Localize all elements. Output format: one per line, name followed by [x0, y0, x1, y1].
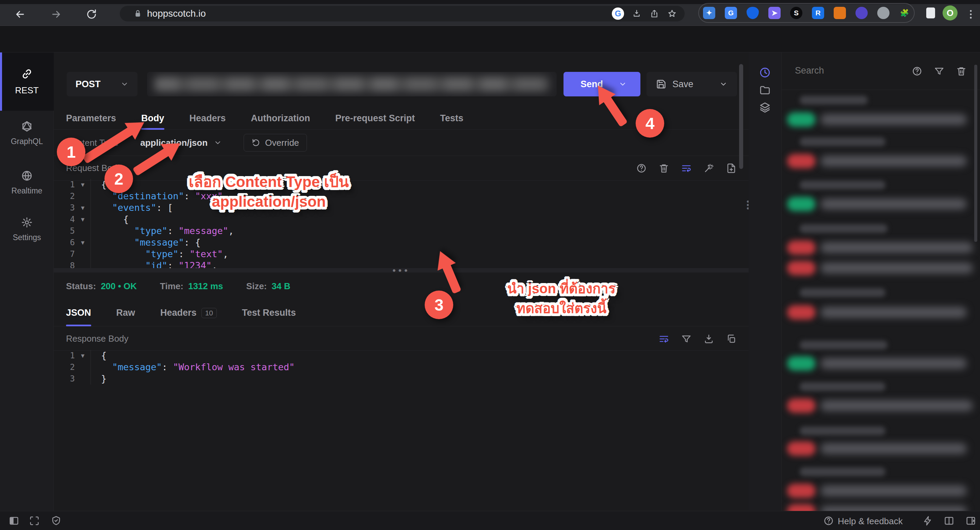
history-entry-blurred[interactable]	[821, 443, 967, 454]
history-entry-blurred[interactable]	[821, 263, 973, 273]
code-line[interactable]: 1▼{	[54, 179, 749, 190]
save-request-button[interactable]: Save	[646, 72, 737, 96]
filter-icon[interactable]	[681, 334, 692, 344]
trash-icon[interactable]	[956, 66, 966, 76]
history-scrollbar[interactable]	[974, 65, 977, 242]
address-bar[interactable]: hoppscotch.io G	[120, 6, 685, 21]
translate-ext-icon[interactable]: G	[725, 7, 737, 19]
history-entry-blurred[interactable]	[821, 358, 967, 369]
wrap-lines-icon[interactable]	[659, 334, 669, 344]
browser-menu-icon[interactable]	[965, 8, 977, 20]
fold-arrow-icon[interactable]: ▼	[75, 179, 91, 190]
override-button[interactable]: Override	[243, 134, 307, 152]
fold-arrow-icon[interactable]: ▼	[75, 202, 91, 214]
google-icon[interactable]: G	[612, 8, 624, 20]
code-line[interactable]: 6▼ "message": {	[54, 237, 749, 248]
r-ext-icon[interactable]: R	[812, 7, 824, 19]
help-icon[interactable]	[824, 516, 834, 526]
file-add-icon[interactable]	[726, 163, 737, 173]
main-scrollbar[interactable]	[739, 64, 743, 169]
metamask-ext-icon[interactable]	[834, 7, 846, 19]
tab-raw[interactable]: Raw	[116, 300, 135, 326]
tab-parameters[interactable]: Parameters	[66, 107, 116, 129]
history-entry-blurred[interactable]	[821, 199, 967, 209]
request-body-editor[interactable]: 1▼{2 "destination": "xxx",3▼ "events": […	[54, 179, 749, 268]
tab-tests[interactable]: Tests	[440, 107, 463, 129]
puzzle-ext-icon[interactable]: 🧩	[898, 7, 911, 19]
panel-right-icon[interactable]	[966, 516, 976, 526]
sidebar-item-graphql[interactable]: GraphQL	[0, 121, 54, 146]
s-ext-icon[interactable]: S	[790, 7, 802, 19]
back-icon[interactable]	[14, 8, 26, 20]
history-status-badge-green[interactable]	[787, 197, 816, 211]
camera-ext-icon[interactable]	[877, 7, 889, 19]
code-line[interactable]: 5 "type": "message",	[54, 225, 749, 237]
history-status-badge-red[interactable]	[787, 305, 816, 319]
code-line[interactable]: 3}	[54, 373, 749, 385]
fold-arrow-icon[interactable]: ▼	[75, 350, 91, 361]
columns-icon[interactable]	[944, 516, 954, 526]
history-status-badge-red[interactable]	[787, 504, 816, 511]
history-entry-blurred[interactable]	[821, 156, 967, 166]
sidebar-item-rest[interactable]: REST	[0, 53, 54, 111]
content-type-select[interactable]: application/json	[140, 137, 208, 148]
code-line[interactable]: 1▼{	[54, 350, 749, 361]
copy-icon[interactable]	[726, 334, 737, 344]
filter-icon[interactable]	[934, 66, 944, 76]
history-status-badge-green[interactable]	[787, 356, 816, 370]
history-status-badge-red[interactable]	[787, 484, 816, 498]
history-entry-blurred[interactable]	[821, 307, 967, 318]
sidebar-item-settings[interactable]: Settings	[0, 217, 54, 242]
help-feedback-link[interactable]: Help & feedback	[838, 516, 903, 527]
code-line[interactable]: 2 "message": "Workflow was started"	[54, 361, 749, 373]
history-entry-blurred[interactable]	[821, 506, 967, 511]
chevron-down-icon[interactable]	[619, 80, 627, 88]
cursor-ext-icon[interactable]: ➤	[768, 7, 781, 19]
prettify-icon[interactable]	[704, 163, 714, 173]
method-select[interactable]: POST	[67, 72, 137, 96]
reload-icon[interactable]	[86, 8, 97, 20]
endpoint-url-input[interactable]	[147, 72, 557, 96]
tab-headers[interactable]: Headers	[189, 107, 226, 129]
history-status-badge-green[interactable]	[787, 112, 816, 127]
install-page-icon[interactable]	[632, 9, 641, 18]
tab-headers[interactable]: Headers10	[160, 300, 217, 326]
shortcuts-icon[interactable]	[923, 516, 933, 526]
code-line[interactable]: 7 "type": "text",	[54, 248, 749, 260]
help-icon[interactable]	[912, 66, 922, 76]
sidepanel-icon[interactable]	[926, 8, 935, 18]
response-body-viewer[interactable]: 1▼{2 "message": "Workflow was started"3}	[54, 350, 749, 398]
fold-arrow-icon[interactable]: ▼	[75, 214, 91, 225]
tab-body[interactable]: Body	[141, 107, 164, 129]
history-status-badge-red[interactable]	[787, 154, 816, 168]
tab-pre-request-script[interactable]: Pre-request Script	[335, 107, 415, 129]
history-status-badge-red[interactable]	[787, 441, 816, 456]
code-line[interactable]: 4▼ {	[54, 214, 749, 225]
help-icon[interactable]	[636, 163, 646, 173]
sidebar-toggle-icon[interactable]	[9, 516, 19, 526]
bookmark-star-icon[interactable]	[668, 9, 676, 18]
environments-layers-icon[interactable]	[759, 102, 771, 113]
history-clock-icon[interactable]	[759, 67, 771, 78]
wrap-lines-icon[interactable]	[681, 163, 692, 173]
shield-check-icon[interactable]	[51, 516, 61, 526]
tab-authorization[interactable]: Authorization	[251, 107, 310, 129]
history-entry-blurred[interactable]	[821, 242, 973, 253]
expand-icon[interactable]	[29, 516, 40, 526]
chevron-down-icon[interactable]	[719, 80, 727, 88]
phantom-ext-icon[interactable]	[856, 7, 868, 19]
history-status-badge-red[interactable]	[787, 261, 816, 275]
collections-folder-icon[interactable]	[759, 84, 771, 96]
history-search-input[interactable]	[795, 65, 897, 76]
chevron-down-icon[interactable]	[214, 139, 222, 147]
history-status-badge-red[interactable]	[787, 241, 816, 255]
sidebar-item-realtime[interactable]: Realtime	[0, 170, 54, 196]
history-entry-blurred[interactable]	[821, 400, 973, 411]
profile-avatar[interactable]: O	[943, 5, 958, 21]
forward-icon[interactable]	[50, 8, 62, 20]
satellite-ext-icon[interactable]: ✦	[703, 7, 715, 19]
pane-resize-handle[interactable]: ●●●	[54, 268, 749, 273]
send-button[interactable]: Send	[563, 72, 640, 96]
share-icon[interactable]	[650, 9, 659, 18]
history-entry-blurred[interactable]	[821, 485, 967, 496]
